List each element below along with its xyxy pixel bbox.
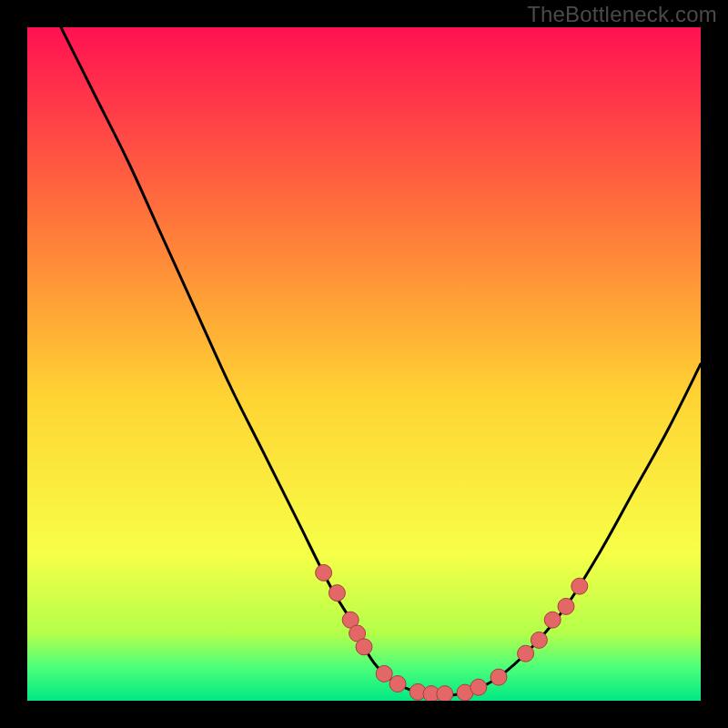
data-point xyxy=(316,564,332,581)
data-point xyxy=(518,645,534,662)
gradient-background xyxy=(27,27,701,701)
data-point xyxy=(437,686,453,701)
data-point xyxy=(389,676,406,693)
attribution-text: TheBottleneck.com xyxy=(527,2,717,27)
data-point xyxy=(490,669,507,685)
bottleneck-chart xyxy=(27,27,701,701)
data-point xyxy=(558,598,574,614)
plot-area xyxy=(27,27,701,701)
data-point xyxy=(544,612,561,628)
data-point xyxy=(571,578,588,594)
data-point xyxy=(531,632,547,648)
data-point xyxy=(376,665,392,682)
data-point xyxy=(356,639,372,655)
data-point xyxy=(470,679,487,695)
chart-frame: TheBottleneck.com xyxy=(0,0,728,728)
data-point xyxy=(329,585,345,602)
